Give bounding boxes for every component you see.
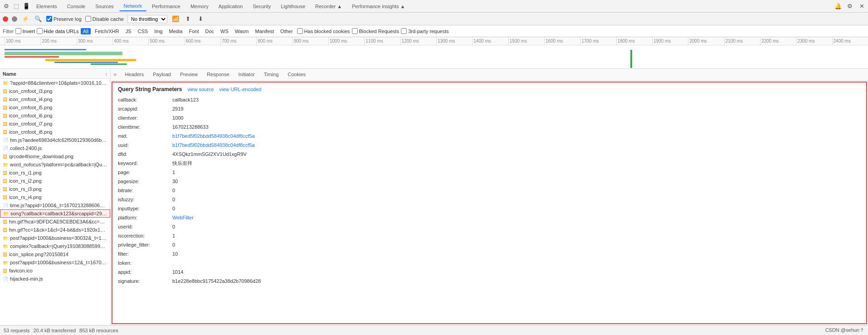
list-item[interactable]: 📄collect-2400.js bbox=[0, 144, 110, 152]
list-item[interactable]: 🖼icon_rs_i4.png bbox=[0, 193, 110, 201]
tab-cookies[interactable]: Cookies bbox=[283, 70, 310, 80]
list-item[interactable]: 🖼hm.gif?hca=9DFDCAE9CEBDE3A6&cc=1&ck=1. bbox=[0, 218, 110, 226]
tab-lighthouse[interactable]: Lighthouse bbox=[276, 2, 310, 11]
blocked-requests-label[interactable]: Blocked Requests bbox=[352, 28, 400, 34]
list-item[interactable]: 🖼icon_cmfoot_i8.png bbox=[0, 128, 110, 136]
tab-response[interactable]: Response bbox=[202, 70, 234, 80]
filter-media-btn[interactable]: Media bbox=[166, 28, 185, 34]
folder-icon: 📁 bbox=[3, 236, 8, 241]
filter-css-btn[interactable]: CSS bbox=[136, 28, 151, 34]
filter-manifest-btn[interactable]: Manifest bbox=[253, 28, 277, 34]
sort-icon[interactable]: ↕ bbox=[105, 71, 108, 77]
invert-checkbox[interactable] bbox=[15, 28, 21, 34]
hide-data-urls-checkbox[interactable] bbox=[37, 28, 43, 34]
file-name: icon_cmfoot_i5.png bbox=[9, 105, 52, 110]
view-source-link[interactable]: view source bbox=[187, 87, 214, 92]
list-item[interactable]: 🖼favicon.ico bbox=[0, 267, 110, 275]
hide-data-urls-label[interactable]: Hide data URLs bbox=[37, 28, 79, 34]
filter-fetch-xhr-btn[interactable]: Fetch/XHR bbox=[93, 28, 122, 34]
tab-timing[interactable]: Timing bbox=[259, 70, 283, 80]
file-name: icon_splice.png?20150814 bbox=[9, 252, 68, 257]
upload-icon[interactable]: ⬆ bbox=[184, 15, 193, 24]
view-url-encoded-link[interactable]: view URL-encoded bbox=[219, 87, 261, 92]
filter-js-btn[interactable]: JS bbox=[123, 28, 134, 34]
list-item[interactable]: 🖼icon_cmfoot_i7.png bbox=[0, 120, 110, 128]
data-transferred: 20.4 kB transferred bbox=[33, 328, 76, 333]
tab-preview[interactable]: Preview bbox=[176, 70, 202, 80]
invert-label[interactable]: Invert bbox=[15, 28, 35, 34]
preserve-log-label[interactable]: Preserve log bbox=[46, 16, 82, 22]
tab-performance-insights[interactable]: Performance insights ▲ bbox=[347, 2, 410, 11]
has-blocked-label[interactable]: Has blocked cookies bbox=[297, 28, 350, 34]
timeline-tick: 300 ms bbox=[77, 37, 112, 45]
param-row: userid: 0 bbox=[118, 223, 861, 230]
tab-headers[interactable]: Headers bbox=[121, 70, 149, 80]
filter-other-btn[interactable]: Other bbox=[278, 28, 295, 34]
list-item[interactable]: 🖼icon_rs_i1.png bbox=[0, 169, 110, 177]
param-row: clientver: 1000 bbox=[118, 114, 861, 121]
list-item[interactable]: 🖼icon_rs_i3.png bbox=[0, 185, 110, 193]
tab-performance[interactable]: Performance bbox=[147, 2, 185, 11]
tab-network[interactable]: Network bbox=[119, 1, 146, 11]
settings-icon[interactable]: ⚙ bbox=[845, 2, 854, 11]
inspect-icon[interactable]: ⬚ bbox=[12, 2, 21, 11]
param-value: b1f7bed5f02bbdd584938c04df8ccf5a bbox=[172, 132, 255, 140]
param-row: keyword: 快乐崇拜 bbox=[118, 160, 861, 167]
list-item[interactable]: 📁post?appid=1000&business=30032&_t=16702… bbox=[0, 234, 110, 242]
list-item[interactable]: 📁song?callback=callback123&srcappid=2919… bbox=[0, 209, 110, 218]
record-button[interactable] bbox=[3, 16, 8, 22]
disable-cache-checkbox[interactable] bbox=[85, 16, 91, 22]
list-item[interactable]: 🖼icon_cmfoot_i6.png bbox=[0, 112, 110, 120]
blocked-requests-checkbox[interactable] bbox=[352, 28, 358, 34]
list-item[interactable]: 🖼qrcode4home_download.png bbox=[0, 152, 110, 160]
tab-memory[interactable]: Memory bbox=[186, 2, 213, 11]
wifi-icon[interactable]: 📶 bbox=[171, 15, 180, 24]
throttle-select[interactable]: No throttling bbox=[127, 15, 167, 23]
list-item[interactable]: 🖼icon_cmfoot_i3.png bbox=[0, 87, 110, 95]
tab-payload[interactable]: Payload bbox=[148, 70, 176, 80]
filter-wasm-btn[interactable]: Wasm bbox=[233, 28, 251, 34]
has-blocked-checkbox[interactable] bbox=[297, 28, 303, 34]
stop-button[interactable] bbox=[12, 16, 17, 22]
disable-cache-label[interactable]: Disable cache bbox=[85, 16, 124, 22]
list-item[interactable]: 🖼hm.gif?cc=1&ck=1&cl=24-bit&ds=1920x1080… bbox=[0, 226, 110, 234]
param-value: b1f7bed5f02bbdd584938c04df8ccf5a bbox=[172, 141, 255, 149]
filter-font-btn[interactable]: Font bbox=[186, 28, 201, 34]
list-item[interactable]: 🖼icon_cmfoot_i5.png bbox=[0, 103, 110, 112]
filter-ws-btn[interactable]: WS bbox=[218, 28, 231, 34]
third-party-checkbox[interactable] bbox=[401, 28, 407, 34]
list-item[interactable]: 📁complex?callback=jQuery1910830885999882… bbox=[0, 242, 110, 250]
param-row: signature: b1e228e8bbc9175422a38d2b70986… bbox=[118, 277, 861, 285]
search-icon[interactable]: 🔍 bbox=[34, 15, 43, 24]
download-icon[interactable]: ⬇ bbox=[196, 15, 205, 24]
tab-initiator[interactable]: Initiator bbox=[234, 70, 259, 80]
file-name: icon_rs_i2.png bbox=[9, 178, 42, 184]
list-item[interactable]: 📄time.js?appid=1000&_t=16702132886068&_r… bbox=[0, 201, 110, 209]
list-item[interactable]: 📁?appid=88&clientver=10&plats=10016,1001… bbox=[0, 79, 110, 87]
detail-close-btn[interactable]: × bbox=[113, 71, 117, 78]
list-item[interactable]: 📁word_nofocus?platform=pc&callback=jQuer… bbox=[0, 160, 110, 169]
filter-icon[interactable]: ⚡ bbox=[21, 15, 30, 24]
tab-console[interactable]: Console bbox=[63, 2, 90, 11]
tab-application[interactable]: Application bbox=[214, 2, 248, 11]
list-item[interactable]: 🖼icon_cmfoot_i4.png bbox=[0, 95, 110, 103]
filter-img-btn[interactable]: Img bbox=[152, 28, 165, 34]
notification-icon[interactable]: 🔔 bbox=[834, 2, 843, 11]
tab-recorder[interactable]: Recorder ▲ bbox=[311, 2, 346, 11]
list-item[interactable]: 🖼icon_rs_i2.png bbox=[0, 177, 110, 185]
third-party-label[interactable]: 3rd-party requests bbox=[401, 28, 449, 34]
filter-all-btn[interactable]: All bbox=[81, 28, 91, 34]
tab-elements[interactable]: Elements bbox=[32, 2, 62, 11]
tab-sources[interactable]: Sources bbox=[91, 2, 118, 11]
list-item[interactable]: 📁post?appid=1000&business=12&_t=16702132… bbox=[0, 258, 110, 267]
tab-security[interactable]: Security bbox=[248, 2, 275, 11]
filter-doc-btn[interactable]: Doc bbox=[203, 28, 216, 34]
devtools-icon[interactable]: ⚙ bbox=[2, 2, 11, 11]
list-item[interactable]: 📄hm.js?aedee6983d4cfc62f509129360d6bb3d bbox=[0, 136, 110, 144]
preserve-log-checkbox[interactable] bbox=[46, 16, 52, 22]
list-item[interactable]: 🖼icon_splice.png?20150814 bbox=[0, 250, 110, 258]
list-item[interactable]: 📄hijacked-min.js bbox=[0, 275, 110, 283]
file-name: favicon.ico bbox=[9, 268, 33, 273]
close-icon[interactable]: ✕ bbox=[857, 2, 866, 11]
device-icon[interactable]: 📱 bbox=[22, 2, 31, 11]
